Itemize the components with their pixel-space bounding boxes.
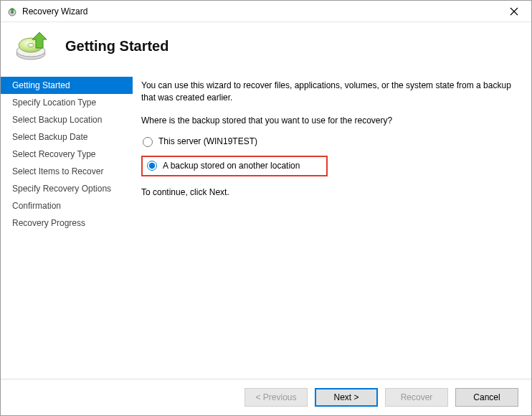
- wizard-body: Getting Started Specify Location Type Se…: [1, 75, 531, 379]
- page-title: Getting Started: [65, 38, 168, 55]
- wizard-steps-sidebar: Getting Started Specify Location Type Se…: [1, 75, 133, 379]
- sidebar-item-select-backup-date[interactable]: Select Backup Date: [1, 128, 133, 146]
- radio-other-location-input[interactable]: [147, 161, 157, 171]
- wizard-main-panel: You can use this wizard to recover files…: [133, 75, 531, 379]
- svg-point-5: [28, 44, 34, 47]
- sidebar-item-specify-location-type[interactable]: Specify Location Type: [1, 94, 133, 111]
- sidebar-item-select-recovery-type[interactable]: Select Recovery Type: [1, 146, 133, 163]
- cancel-button[interactable]: Cancel: [455, 388, 518, 407]
- continue-instruction: To continue, click Next.: [141, 186, 514, 199]
- titlebar: Recovery Wizard: [1, 1, 531, 22]
- next-button[interactable]: Next >: [315, 388, 378, 407]
- radio-this-server-input[interactable]: [143, 137, 153, 147]
- wizard-header: Getting Started: [1, 22, 531, 75]
- wizard-window: Recovery Wizard Getting: [0, 0, 532, 416]
- previous-button: < Previous: [244, 388, 308, 407]
- radio-this-server-label: This server (WIN19TEST): [158, 136, 257, 148]
- sidebar-item-select-backup-location[interactable]: Select Backup Location: [1, 111, 133, 128]
- wizard-footer: < Previous Next > Recover Cancel: [1, 379, 531, 415]
- sidebar-item-specify-recovery-options[interactable]: Specify Recovery Options: [1, 180, 133, 197]
- recovery-disc-icon: [15, 29, 52, 62]
- recovery-wizard-icon: [6, 6, 18, 17]
- sidebar-item-getting-started[interactable]: Getting Started: [1, 77, 133, 94]
- highlighted-option-box: A backup stored on another location: [141, 156, 328, 176]
- window-title: Recovery Wizard: [22, 6, 498, 16]
- close-icon[interactable]: [498, 1, 530, 22]
- radio-other-location-label: A backup stored on another location: [163, 160, 300, 172]
- sidebar-item-recovery-progress[interactable]: Recovery Progress: [1, 214, 133, 232]
- prompt-text: Where is the backup stored that you want…: [141, 115, 514, 127]
- sidebar-item-confirmation[interactable]: Confirmation: [1, 197, 133, 214]
- recover-button: Recover: [385, 388, 448, 407]
- radio-this-server[interactable]: This server (WIN19TEST): [141, 133, 514, 151]
- sidebar-item-select-items-to-recover[interactable]: Select Items to Recover: [1, 163, 133, 180]
- intro-text: You can use this wizard to recover files…: [141, 80, 514, 105]
- radio-other-location[interactable]: A backup stored on another location: [147, 160, 322, 172]
